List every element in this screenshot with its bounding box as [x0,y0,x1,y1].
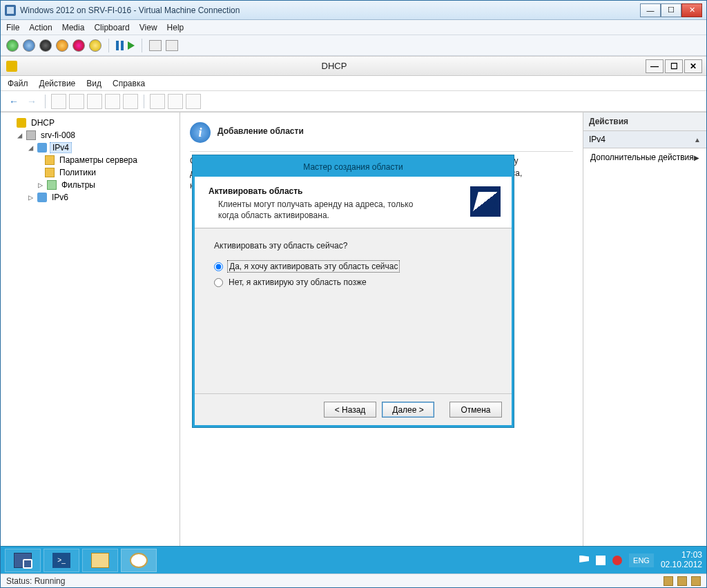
taskbar-server-manager[interactable] [5,549,41,572]
guest-menu-help[interactable]: Справка [113,79,145,88]
host-close-button[interactable]: ✕ [681,3,702,17]
wizard-footer: < Назад Далее > Отмена [195,393,512,425]
tree-node-policies[interactable]: Политики [3,166,177,179]
explorer-icon [91,553,109,568]
guest-maximize-button[interactable]: ☐ [665,59,683,73]
tree-node-server-options[interactable]: Параметры сервера [3,154,177,166]
guest-menu-file[interactable]: Файл [8,79,28,88]
activate-later-option[interactable]: Нет, я активирую эту область позже [214,277,492,288]
toolbar-separator [144,95,144,108]
nav-back-icon[interactable] [6,94,21,109]
collapse-icon[interactable]: ▲ [694,136,701,144]
start-icon[interactable] [23,39,35,52]
wizard-cancel-button[interactable]: Отмена [449,402,502,418]
server-manager-icon [14,553,32,568]
status-text: Status: Running [6,576,65,586]
submenu-arrow-icon: ▶ [694,154,699,161]
powershell-icon: >_ [52,553,70,568]
guest-taskbar: >_ ENG 17:03 02.10.2012 [1,546,706,574]
host-menu-action[interactable]: Action [29,23,52,32]
guest-minimize-button[interactable]: — [646,59,664,73]
dhcp-taskbar-icon [130,553,148,568]
option-label: Да, я хочу активировать эту область сейч… [227,260,400,273]
tree-node-filters[interactable]: ▷ Фильтры [3,179,177,191]
new-scope-wizard: Мастер создания области Активировать обл… [193,155,514,427]
host-maximize-button[interactable]: ☐ [661,3,681,17]
tray-time: 17:03 [661,551,702,560]
activate-now-radio[interactable] [214,262,223,271]
wizard-back-button[interactable]: < Назад [324,402,376,418]
sound-muted-icon[interactable] [612,556,622,565]
host-menu-media[interactable]: Media [62,23,85,32]
revert-icon[interactable] [166,40,178,51]
toolbar-btn-3[interactable] [87,94,102,109]
wizard-banner-icon [470,186,501,217]
action-center-icon[interactable] [579,556,589,565]
host-caption-buttons: — ☐ ✕ [640,3,702,17]
host-menu-view[interactable]: View [139,23,157,32]
expand-toggle-icon[interactable]: ◢ [16,130,23,140]
host-menu-clipboard[interactable]: Clipboard [94,23,129,32]
toolbar-separator [142,39,142,52]
toolbar-btn-6[interactable] [168,94,183,109]
shutdown-icon[interactable] [56,39,68,52]
actions-more[interactable]: Дополнительные действия ▶ [583,148,706,166]
actions-pane: Действия IPv4 ▲ Дополнительные действия … [583,112,706,546]
turnoff-icon[interactable] [39,39,52,52]
wizard-next-button[interactable]: Далее > [382,402,434,418]
dhcp-window-title: DHCP [23,61,646,71]
ctrl-alt-del-icon[interactable] [6,39,19,52]
center-pane: i Добавление области Область является ди… [180,112,583,546]
toolbar-btn-2[interactable] [69,94,84,109]
tree-node-ipv4[interactable]: ◢ IPv4 [3,141,177,154]
toolbar-help-icon[interactable] [150,94,165,109]
pause-state-icon[interactable] [89,39,101,52]
toolbar-refresh-icon[interactable] [123,94,138,109]
save-icon[interactable] [72,39,85,52]
taskbar-powershell[interactable]: >_ [43,549,79,572]
guest-menu-action[interactable]: Действие [39,79,76,88]
taskbar-explorer[interactable] [82,549,118,572]
host-menu-file[interactable]: File [6,23,19,32]
tray-clock[interactable]: 17:03 02.10.2012 [661,551,702,570]
wizard-body: Активировать эту область сейчас? Да, я х… [195,228,512,393]
actions-section[interactable]: IPv4 ▲ [583,131,706,148]
expand-toggle-icon[interactable]: ▷ [27,193,35,202]
network-icon[interactable] [596,556,606,565]
vm-host-window: Windows 2012 on SRV-FI-016 - Virtual Mac… [0,0,707,588]
toolbar-btn-7[interactable] [186,94,201,109]
toolbar-separator [108,39,109,52]
tree-label: IPv6 [50,193,70,202]
actions-more-label: Дополнительные действия [590,153,694,162]
expand-toggle-icon[interactable]: ◢ [27,143,35,153]
nav-forward-icon[interactable] [24,94,39,109]
info-icon: i [190,122,211,143]
dhcp-menu-bar: Файл Действие Вид Справка [1,76,706,91]
pause-icon[interactable] [116,41,124,50]
dhcp-app-icon [6,61,17,72]
host-minimize-button[interactable]: — [640,3,661,17]
host-statusbar: Status: Running [1,574,706,587]
activate-now-option[interactable]: Да, я хочу активировать эту область сейч… [214,260,492,273]
tree-node-ipv6[interactable]: ▷ IPv6 [3,191,177,204]
status-icon-2 [677,576,687,586]
guest-close-button[interactable]: ✕ [684,59,702,73]
guest-menu-view[interactable]: Вид [86,79,101,88]
dhcp-window-titlebar: DHCP — ☐ ✕ [1,57,706,76]
tray-date: 02.10.2012 [661,560,702,570]
tree-node-server[interactable]: ◢ srv-fi-008 [3,129,177,141]
wizard-question: Активировать эту область сейчас? [214,241,492,251]
activate-later-radio[interactable] [214,278,223,287]
reset-icon[interactable] [128,41,135,50]
snapshot-icon[interactable] [149,40,162,51]
host-menu-help[interactable]: Help [167,23,184,32]
tree-label: Параметры сервера [57,155,139,165]
tree-node-dhcp[interactable]: DHCP [3,117,177,129]
status-icon-3 [691,576,701,586]
toolbar-btn-4[interactable] [105,94,120,109]
expand-toggle-icon[interactable]: ▷ [37,180,44,190]
folder-icon [45,155,55,165]
taskbar-dhcp[interactable] [121,549,157,572]
language-indicator[interactable]: ENG [629,553,654,567]
toolbar-btn-1[interactable] [51,94,66,109]
